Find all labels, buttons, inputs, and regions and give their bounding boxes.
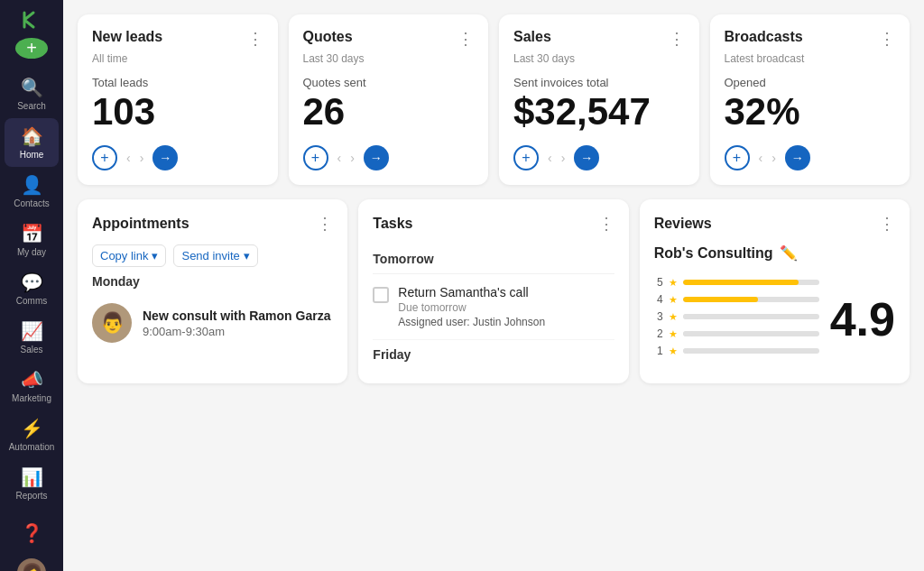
- add-button[interactable]: +: [513, 145, 539, 170]
- sidebar-item-home[interactable]: 🏠 Home: [5, 118, 59, 167]
- new-leads-card: New leads ⋮ All time Total leads 103 + ‹…: [78, 14, 278, 185]
- sidebar-item-help[interactable]: ❓: [5, 515, 59, 551]
- nav-label: Contacts: [14, 198, 49, 208]
- review-bar-row: 3 ★: [654, 310, 819, 323]
- bar-fill: [683, 331, 694, 336]
- nav-icon: 📅: [21, 223, 43, 244]
- task-name: Return Samantha's call: [398, 285, 614, 299]
- go-button[interactable]: →: [364, 145, 389, 170]
- next-button[interactable]: ›: [772, 151, 776, 165]
- bar-bg: [683, 314, 819, 319]
- copy-link-button[interactable]: Copy link ▾: [92, 244, 166, 267]
- sidebar-item-sales[interactable]: 📈 Sales: [5, 313, 59, 362]
- task-info: Return Samantha's call Due tomorrow Assi…: [398, 285, 614, 328]
- bar-fill: [683, 314, 699, 319]
- card-metric-label: Total leads: [92, 76, 263, 89]
- task-item: Return Samantha's call Due tomorrow Assi…: [373, 274, 614, 340]
- card-actions: + ‹ › →: [513, 145, 685, 170]
- task-checkbox[interactable]: [373, 287, 389, 303]
- review-bar-row: 5 ★: [654, 276, 819, 289]
- appointment-info: New consult with Ramon Garza 9:00am-9:30…: [143, 309, 333, 338]
- edit-icon[interactable]: ✏️: [780, 244, 798, 262]
- appointment-avatar: 👨: [92, 303, 132, 343]
- send-invite-label: Send invite: [181, 249, 239, 262]
- copy-link-label: Copy link: [100, 249, 148, 262]
- nav-label: Search: [17, 101, 46, 111]
- appointments-menu[interactable]: ⋮: [317, 214, 333, 234]
- card-title: Quotes: [303, 29, 353, 45]
- metric-cards-row: New leads ⋮ All time Total leads 103 + ‹…: [78, 14, 910, 185]
- card-value: 32%: [725, 93, 896, 131]
- card-menu[interactable]: ⋮: [247, 29, 263, 49]
- reviews-business: Rob's Consulting ✏️: [654, 244, 895, 262]
- appointment-time: 9:00am-9:30am: [143, 325, 333, 338]
- nav-label: Sales: [20, 345, 42, 355]
- card-value: 26: [303, 93, 475, 131]
- appointments-actions: Copy link ▾ Send invite ▾: [92, 244, 333, 267]
- sidebar-item-marketing[interactable]: 📣 Marketing: [5, 362, 59, 410]
- nav-label: Reports: [15, 491, 47, 501]
- next-button[interactable]: ›: [561, 151, 566, 165]
- card-value: $32,547: [513, 93, 685, 131]
- app-logo: [17, 9, 46, 31]
- main-content: New leads ⋮ All time Total leads 103 + ‹…: [63, 0, 924, 571]
- card-value: 103: [92, 93, 263, 131]
- sidebar-item-search[interactable]: 🔍 Search: [5, 69, 59, 118]
- add-button[interactable]: +: [303, 145, 328, 170]
- go-button[interactable]: →: [152, 145, 178, 170]
- sidebar-item-myday[interactable]: 📅 My day: [5, 216, 59, 264]
- sidebar-item-comms[interactable]: 💬 Comms: [5, 264, 59, 313]
- user-avatar[interactable]: 👩: [17, 558, 46, 571]
- sidebar-item-contacts[interactable]: 👤 Contacts: [5, 167, 59, 216]
- sidebar-item-automation[interactable]: ⚡ Automation: [5, 410, 59, 459]
- nav-icon: 📈: [21, 320, 43, 342]
- send-invite-button[interactable]: Send invite ▾: [173, 244, 257, 267]
- bar-number: 1: [654, 345, 663, 357]
- tasks-friday-label: Friday: [373, 340, 614, 369]
- bar-fill: [683, 280, 799, 285]
- nav-label: Automation: [9, 442, 55, 452]
- go-button[interactable]: →: [574, 145, 599, 170]
- help-icon: ❓: [21, 522, 43, 544]
- reviews-bars: 5 ★ 4 ★ 3 ★ 2 ★ 1 ★: [654, 276, 819, 362]
- prev-button[interactable]: ‹: [337, 151, 342, 165]
- reviews-menu[interactable]: ⋮: [879, 214, 895, 234]
- nav-icon: ⚡: [21, 418, 43, 439]
- star-icon: ★: [669, 311, 678, 323]
- tasks-title: Tasks: [373, 216, 412, 232]
- reviews-title: Reviews: [654, 216, 712, 232]
- prev-button[interactable]: ‹: [548, 151, 552, 165]
- bar-bg: [683, 280, 819, 285]
- star-icon: ★: [669, 294, 678, 306]
- appointments-card: Appointments ⋮ Copy link ▾ Send invite ▾…: [78, 199, 347, 383]
- bottom-row: Appointments ⋮ Copy link ▾ Send invite ▾…: [78, 199, 910, 383]
- reviews-card: Reviews ⋮ Rob's Consulting ✏️ 5 ★ 4 ★ 3 …: [640, 199, 910, 383]
- star-icon: ★: [669, 328, 678, 340]
- bar-fill: [683, 348, 690, 354]
- add-button[interactable]: +: [725, 145, 750, 170]
- star-icon: ★: [669, 345, 678, 357]
- bar-number: 3: [654, 310, 663, 323]
- reviews-business-name: Rob's Consulting: [654, 245, 773, 262]
- task-assigned: Assigned user: Justin Johnson: [398, 316, 614, 328]
- prev-button[interactable]: ‹: [759, 151, 763, 165]
- appointment-item: 👨 New consult with Ramon Garza 9:00am-9:…: [92, 296, 333, 350]
- nav-label: Home: [20, 150, 44, 160]
- tasks-menu[interactable]: ⋮: [598, 214, 614, 234]
- sidebar-item-reports[interactable]: 📊 Reports: [5, 459, 59, 508]
- card-menu[interactable]: ⋮: [457, 29, 474, 49]
- next-button[interactable]: ›: [140, 151, 144, 165]
- next-button[interactable]: ›: [350, 151, 355, 165]
- add-button[interactable]: +: [92, 145, 117, 170]
- prev-button[interactable]: ‹: [126, 151, 131, 165]
- add-button[interactable]: +: [15, 38, 48, 59]
- nav-icon: 📣: [21, 369, 43, 391]
- card-metric-label: Opened: [725, 76, 896, 89]
- bar-bg: [683, 297, 819, 302]
- card-title: New leads: [92, 29, 162, 45]
- bar-fill: [683, 297, 758, 302]
- card-menu[interactable]: ⋮: [669, 29, 685, 49]
- quotes-card: Quotes ⋮ Last 30 days Quotes sent 26 + ‹…: [289, 14, 489, 185]
- card-menu[interactable]: ⋮: [879, 29, 895, 49]
- go-button[interactable]: →: [785, 145, 810, 170]
